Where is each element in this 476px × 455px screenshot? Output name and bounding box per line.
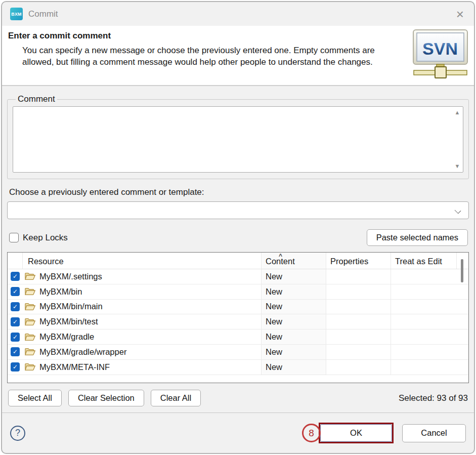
row-content-value: New — [261, 329, 326, 344]
row-treat-as-edit-value — [391, 300, 456, 314]
row-resource-label: MyBXM/bin/test — [39, 317, 98, 326]
row-resource-cell: MyBXM/gradle — [20, 332, 261, 342]
table-row[interactable]: ✓ MyBXM/META-INF New — [8, 360, 468, 375]
row-properties-value — [326, 269, 391, 284]
row-checkbox[interactable]: ✓ — [11, 302, 20, 311]
folder-icon — [25, 363, 35, 371]
chevron-down-icon[interactable] — [455, 208, 461, 214]
template-picker-label: Choose a previously entered comment or t… — [9, 187, 468, 197]
comment-group: Comment ▲ ▼ — [7, 94, 469, 179]
row-properties-value — [326, 284, 391, 299]
row-checkbox[interactable]: ✓ — [11, 317, 20, 326]
row-resource-cell: MyBXM/bin/main — [20, 302, 261, 311]
select-all-button[interactable]: Select All — [8, 390, 62, 406]
checkmark-icon: ✓ — [13, 273, 18, 280]
scroll-down-icon[interactable]: ▼ — [455, 163, 460, 169]
window-title: Commit — [28, 9, 58, 19]
row-checkbox[interactable]: ✓ — [11, 362, 20, 371]
row-properties-value — [326, 300, 391, 314]
row-resource-cell: MyBXM/gradle/wrapper — [20, 347, 261, 357]
checkmark-icon: ✓ — [13, 334, 18, 341]
row-checkbox[interactable]: ✓ — [11, 333, 20, 342]
row-resource-label: MyBXM/bin/main — [39, 302, 103, 311]
dialog-header: Enter a commit comment You can specify a… — [2, 26, 474, 86]
template-combobox[interactable] — [7, 201, 469, 219]
cancel-button[interactable]: Cancel — [402, 424, 466, 442]
row-content-value: New — [261, 345, 326, 359]
folder-icon — [25, 318, 35, 326]
clear-selection-button[interactable]: Clear Selection — [68, 390, 144, 406]
column-header-treat-as-edit[interactable]: Treat as Edit — [391, 253, 456, 269]
scroll-up-icon[interactable]: ▲ — [455, 110, 460, 115]
row-resource-label: MyBXM/.settings — [39, 272, 102, 281]
comment-textarea-wrap: ▲ ▼ — [13, 106, 463, 173]
resource-table: Resource ^ Content Properties Treat as E… — [7, 252, 469, 383]
selection-row: Select All Clear Selection Clear All Sel… — [8, 390, 468, 406]
commit-dialog: BXM Commit × Enter a commit comment You … — [1, 1, 475, 454]
column-header-content[interactable]: ^ Content — [261, 253, 326, 269]
folder-icon — [25, 333, 35, 341]
column-header-resource[interactable]: Resource — [23, 253, 261, 269]
checkmark-icon: ✓ — [13, 363, 18, 370]
sort-ascending-icon: ^ — [279, 253, 282, 260]
row-resource-cell: MyBXM/.settings — [20, 272, 261, 281]
row-resource-cell: MyBXM/bin/test — [20, 317, 261, 326]
folder-icon — [25, 287, 35, 296]
help-icon[interactable]: ? — [10, 426, 25, 441]
row-content-value: New — [261, 360, 326, 375]
header-description: You can specify a new message or choose … — [22, 45, 408, 68]
paste-selected-names-button[interactable]: Paste selected names — [367, 229, 468, 246]
header-checkbox-column — [8, 253, 23, 269]
table-row[interactable]: ✓ MyBXM/bin/main New — [8, 300, 468, 315]
keep-locks-label: Keep Locks — [23, 233, 68, 243]
keep-locks-checkbox[interactable] — [9, 233, 19, 242]
table-row[interactable]: ✓ MyBXM/gradle/wrapper New — [8, 345, 468, 360]
table-row[interactable]: ✓ MyBXM/bin/test New — [8, 314, 468, 329]
row-content-value: New — [261, 314, 326, 329]
row-properties-value — [326, 360, 391, 375]
row-resource-cell: MyBXM/bin — [20, 287, 261, 297]
annotation-highlight-box: OK — [319, 423, 394, 443]
checkmark-icon: ✓ — [13, 318, 18, 325]
comment-group-label: Comment — [16, 94, 57, 104]
annotation-step-badge: 8 — [302, 424, 321, 442]
row-treat-as-edit-value — [391, 329, 456, 344]
table-row[interactable]: ✓ MyBXM/bin New — [8, 284, 468, 300]
row-resource-label: MyBXM/gradle — [39, 332, 94, 342]
row-content-value: New — [261, 300, 326, 314]
table-row[interactable]: ✓ MyBXM/gradle New — [8, 329, 468, 345]
table-header: Resource ^ Content Properties Treat as E… — [8, 253, 468, 269]
row-checkbox[interactable]: ✓ — [11, 347, 20, 356]
dialog-body: Comment ▲ ▼ Choose a previously entered … — [2, 86, 474, 412]
table-scrollbar-thumb[interactable] — [461, 259, 463, 282]
close-icon[interactable]: × — [454, 8, 466, 21]
ok-button[interactable]: OK — [320, 424, 392, 442]
row-checkbox[interactable]: ✓ — [11, 272, 20, 281]
options-row: Keep Locks Paste selected names — [9, 229, 468, 246]
row-resource-label: MyBXM/META-INF — [39, 362, 110, 372]
row-treat-as-edit-value — [391, 269, 456, 284]
checkmark-icon: ✓ — [13, 303, 18, 310]
row-checkbox[interactable]: ✓ — [11, 287, 20, 296]
titlebar: BXM Commit × — [2, 2, 474, 26]
comment-input[interactable] — [14, 108, 452, 171]
clear-all-button[interactable]: Clear All — [151, 390, 201, 406]
resource-table-body: ✓ MyBXM/.settings New ✓ MyBXM/bin — [8, 269, 468, 383]
footer-buttons: 8 OK Cancel — [302, 423, 466, 443]
comment-scrollbar[interactable]: ▲ ▼ — [453, 108, 462, 171]
row-treat-as-edit-value — [391, 314, 456, 329]
row-properties-value — [326, 329, 391, 344]
folder-icon — [25, 348, 35, 356]
column-header-properties[interactable]: Properties — [326, 253, 391, 269]
checkmark-icon: ✓ — [13, 348, 18, 355]
row-treat-as-edit-value — [391, 360, 456, 375]
table-row[interactable]: ✓ MyBXM/.settings New — [8, 269, 468, 284]
svn-logo-icon: SVN — [412, 29, 469, 81]
svn-logo-text: SVN — [422, 39, 458, 58]
selection-status: Selected: 93 of 93 — [399, 393, 468, 403]
row-content-value: New — [261, 269, 326, 284]
row-properties-value — [326, 345, 391, 359]
row-properties-value — [326, 314, 391, 329]
folder-icon — [25, 272, 35, 280]
row-resource-label: MyBXM/gradle/wrapper — [39, 347, 126, 357]
